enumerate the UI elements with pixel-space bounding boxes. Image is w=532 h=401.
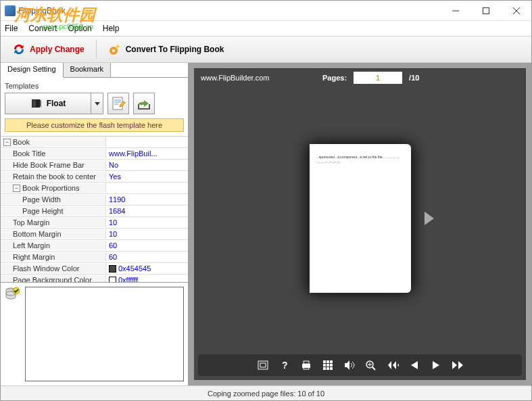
first-page-icon[interactable] [387, 359, 399, 371]
next-page-arrow[interactable] [425, 212, 434, 225]
svg-rect-16 [323, 360, 326, 363]
export-template-button[interactable] [133, 93, 155, 114]
property-row: Flash Window Color0x454545 [1, 263, 188, 275]
tree-toggle-icon[interactable]: − [13, 185, 20, 192]
statusbar: Coping zoomed page files: 10 of 10 [1, 385, 531, 400]
template-selector[interactable]: Float [5, 93, 91, 114]
zoom-icon[interactable] [365, 359, 377, 371]
right-panel: www.FlipBuilder.com Pages: /10 ...sponso… [189, 63, 531, 385]
help-icon[interactable]: ? [279, 359, 291, 371]
thumbnails-icon[interactable] [322, 359, 334, 371]
viewer-stage[interactable]: ...sponsored...a.component...a.net.to.th… [194, 87, 526, 350]
database-icon[interactable] [5, 287, 21, 302]
property-label: Right Margin [1, 252, 106, 262]
page-number-input[interactable] [354, 72, 402, 84]
bottom-preview-area [1, 283, 188, 385]
property-value[interactable]: 1684 [106, 206, 188, 216]
property-value[interactable]: 60 [106, 241, 188, 250]
property-label: Page Width [1, 195, 106, 204]
svg-rect-22 [323, 367, 326, 370]
svg-rect-11 [260, 363, 266, 367]
menu-file[interactable]: File [5, 24, 18, 33]
property-label: Bottom Margin [1, 229, 106, 239]
templates-label: Templates [5, 82, 184, 90]
next-page-icon[interactable] [430, 359, 442, 371]
export-icon [137, 96, 151, 111]
property-label: −Book [1, 137, 106, 147]
flipbook-viewer: www.FlipBuilder.com Pages: /10 ...sponso… [194, 68, 526, 380]
property-value[interactable]: 10 [106, 229, 188, 239]
property-value[interactable]: 0x454545 [106, 264, 188, 273]
panel-tabs: Design Setting Bookmark [1, 63, 188, 78]
tab-design-setting[interactable]: Design Setting [1, 63, 64, 78]
left-panel: Design Setting Bookmark Templates Float [1, 63, 189, 385]
svg-rect-17 [327, 360, 329, 363]
customize-template-link[interactable]: Please customize the flash template here [5, 118, 184, 132]
property-row: Page Width1190 [1, 194, 188, 206]
property-preview-box [25, 287, 184, 381]
property-label: Top Margin [1, 218, 106, 227]
book-page[interactable]: ...sponsored...a.component...a.net.to.th… [310, 144, 411, 293]
close-icon [513, 7, 520, 14]
minimize-button[interactable] [440, 1, 470, 20]
menu-help[interactable]: Help [103, 24, 120, 33]
frame-icon[interactable] [257, 359, 269, 371]
viewer-header: www.FlipBuilder.com Pages: /10 [194, 69, 526, 87]
property-value [106, 141, 188, 143]
template-dropdown[interactable] [91, 93, 103, 114]
svg-rect-14 [304, 361, 309, 364]
prev-page-icon[interactable] [408, 359, 420, 371]
templates-row: Float [5, 93, 184, 114]
convert-button[interactable]: Convert To Flipping Book [101, 39, 232, 60]
svg-text:?: ? [282, 360, 288, 370]
total-pages: /10 [409, 74, 419, 82]
menu-option[interactable]: Option [68, 24, 91, 33]
property-value[interactable]: No [106, 160, 188, 170]
templates-area: Templates Float Please customize the fla… [1, 78, 188, 137]
refresh-icon [12, 43, 26, 55]
property-row: Page Background Color0xffffff [1, 275, 188, 283]
svg-rect-21 [330, 364, 333, 367]
property-row: Left Margin60 [1, 240, 188, 252]
maximize-button[interactable] [470, 1, 501, 20]
svg-rect-19 [323, 364, 326, 367]
property-value[interactable]: www.FlipBuil... [106, 149, 188, 158]
menu-convert[interactable]: Convert [28, 24, 57, 33]
property-value[interactable]: 60 [106, 252, 188, 262]
sound-icon[interactable] [343, 359, 356, 371]
svg-rect-23 [327, 367, 329, 370]
property-row: Page Height1684 [1, 206, 188, 217]
property-label: Hide Book Frame Bar [1, 160, 106, 170]
content: Design Setting Bookmark Templates Float [1, 63, 531, 385]
property-value[interactable]: 0xffffff [106, 275, 188, 283]
property-label: Retain the book to center [1, 172, 106, 181]
property-label: Left Margin [1, 241, 106, 250]
convert-label: Convert To Flipping Book [126, 45, 224, 54]
tab-bookmark[interactable]: Bookmark [64, 63, 112, 77]
tree-toggle-icon[interactable]: − [3, 139, 11, 146]
close-button[interactable] [501, 1, 531, 20]
color-swatch [109, 277, 116, 283]
apply-label: Apply Change [30, 45, 84, 54]
property-row: −Book [1, 137, 188, 148]
svg-rect-10 [258, 361, 268, 369]
chevron-down-icon [95, 102, 100, 105]
window-controls [440, 1, 531, 20]
print-icon[interactable] [300, 359, 312, 371]
last-page-icon[interactable] [452, 359, 464, 371]
gear-star-icon [108, 43, 122, 56]
property-label: Page Height [1, 206, 106, 216]
page-text: ...sponsored...a.component...a.net.to.th… [310, 144, 411, 174]
property-row: Retain the book to centerYes [1, 171, 188, 183]
book-icon [30, 97, 43, 110]
pages-label: Pages: [322, 74, 347, 82]
template-name: Float [47, 99, 66, 108]
property-value[interactable]: Yes [106, 172, 188, 181]
property-label: Flash Window Color [1, 264, 106, 273]
import-template-button[interactable] [107, 93, 129, 114]
menubar: File Convert Option Help [1, 21, 531, 36]
apply-change-button[interactable]: Apply Change [5, 40, 92, 59]
viewer-toolbar: ? [198, 354, 522, 376]
property-value[interactable]: 10 [106, 218, 188, 227]
property-value[interactable]: 1190 [106, 195, 188, 204]
